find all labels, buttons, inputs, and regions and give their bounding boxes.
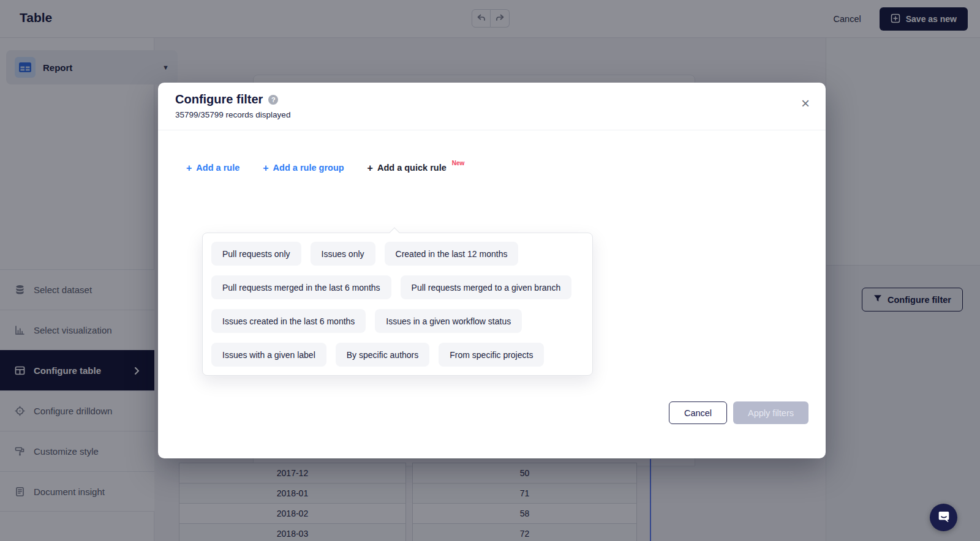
apply-filters-button[interactable]: Apply filters <box>733 401 809 424</box>
quick-rule-chip[interactable]: Pull requests merged to a given branch <box>401 275 572 299</box>
quick-rule-row: Issues with a given label By specific au… <box>211 343 584 367</box>
quick-rules-popover: Pull requests only Issues only Created i… <box>202 233 593 376</box>
modal-title: Configure filter <box>175 92 263 106</box>
add-rule-button[interactable]: + Add a rule <box>186 163 239 174</box>
plus-icon: + <box>263 163 268 174</box>
chat-launcher-button[interactable] <box>930 504 957 531</box>
add-rule-group-button[interactable]: + Add a rule group <box>263 163 344 174</box>
help-icon[interactable]: ? <box>268 95 278 105</box>
add-quick-rule-label: Add a quick rule <box>377 163 447 173</box>
popover-notch <box>390 228 400 238</box>
quick-rule-chip[interactable]: By specific authors <box>336 343 430 367</box>
add-rule-label: Add a rule <box>196 163 239 173</box>
new-badge: New <box>452 160 465 166</box>
quick-rule-chip[interactable]: Issues created in the last 6 months <box>211 309 366 333</box>
quick-rule-chip[interactable]: Issues with a given label <box>211 343 326 367</box>
add-rule-group-label: Add a rule group <box>273 163 344 173</box>
quick-rule-row: Pull requests only Issues only Created i… <box>211 242 584 266</box>
quick-rule-row: Issues created in the last 6 months Issu… <box>211 309 584 333</box>
modal-footer: Cancel Apply filters <box>669 401 809 424</box>
quick-rule-row: Pull requests merged in the last 6 month… <box>211 275 584 299</box>
quick-rule-chip[interactable]: Pull requests merged in the last 6 month… <box>211 275 391 299</box>
close-icon[interactable]: × <box>801 96 810 111</box>
modal-body: + Add a rule + Add a rule group + Add a … <box>158 130 826 441</box>
plus-icon: + <box>186 163 192 174</box>
quick-rule-chip[interactable]: Created in the last 12 months <box>385 242 519 266</box>
quick-rule-chip[interactable]: Pull requests only <box>211 242 301 266</box>
rule-actions-row: + Add a rule + Add a rule group + Add a … <box>158 130 826 174</box>
chat-bubble-icon <box>937 510 951 525</box>
modal-header: Configure filter ? 35799/35799 records d… <box>158 83 826 130</box>
records-displayed-text: 35799/35799 records displayed <box>175 110 809 119</box>
configure-filter-modal: Configure filter ? 35799/35799 records d… <box>158 83 826 458</box>
app-root: 2017-12 2018-01 2018-02 2018-03 50 71 58… <box>0 0 980 541</box>
plus-icon: + <box>368 163 373 174</box>
quick-rule-chip[interactable]: From specific projects <box>439 343 544 367</box>
modal-cancel-button[interactable]: Cancel <box>669 401 727 424</box>
quick-rule-chip[interactable]: Issues only <box>311 242 375 266</box>
add-quick-rule-button[interactable]: + Add a quick rule New <box>368 163 465 174</box>
quick-rule-chip[interactable]: Issues in a given workflow status <box>375 309 522 333</box>
